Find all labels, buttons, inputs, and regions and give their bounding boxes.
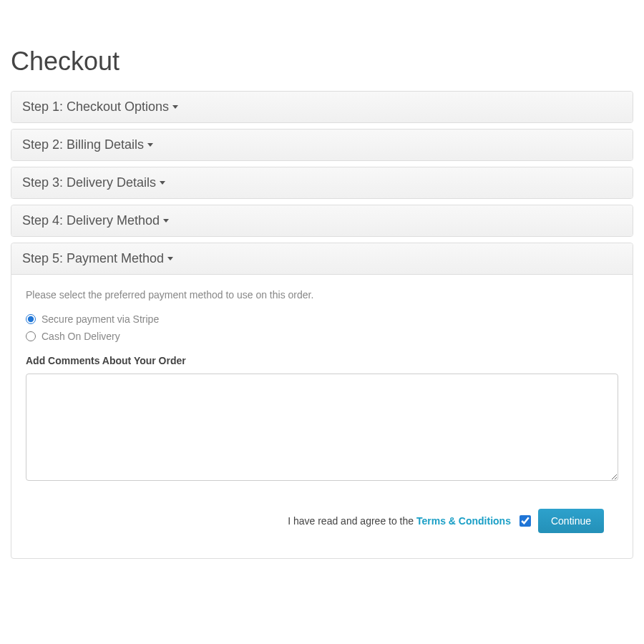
step-5-title: Step 5: Payment Method bbox=[22, 251, 164, 266]
order-comments-textarea[interactable] bbox=[26, 374, 618, 481]
caret-down-icon bbox=[167, 257, 173, 260]
caret-down-icon bbox=[172, 105, 178, 109]
caret-down-icon bbox=[160, 181, 165, 185]
payment-label-stripe: Secure payment via Stripe bbox=[42, 313, 159, 325]
step-2-panel: Step 2: Billing Details bbox=[11, 129, 633, 161]
comments-label: Add Comments About Your Order bbox=[26, 355, 618, 366]
caret-down-icon bbox=[163, 219, 169, 223]
payment-option-cod[interactable]: Cash On Delivery bbox=[26, 331, 618, 342]
terms-conditions-link[interactable]: Terms & Conditions bbox=[416, 515, 511, 527]
terms-agree-checkbox[interactable] bbox=[519, 515, 531, 527]
agree-prefix: I have read and agree to the bbox=[288, 515, 416, 527]
payment-radio-cod[interactable] bbox=[26, 331, 36, 341]
payment-radio-stripe[interactable] bbox=[26, 314, 36, 324]
step-5-body: Please select the preferred payment meth… bbox=[11, 275, 633, 558]
step-4-heading[interactable]: Step 4: Delivery Method bbox=[11, 205, 633, 236]
page-title: Checkout bbox=[11, 47, 633, 77]
step-5-heading[interactable]: Step 5: Payment Method bbox=[11, 243, 633, 275]
step-1-title: Step 1: Checkout Options bbox=[22, 99, 169, 114]
step-4-panel: Step 4: Delivery Method bbox=[11, 205, 633, 237]
payment-label-cod: Cash On Delivery bbox=[42, 331, 120, 342]
step-2-title: Step 2: Billing Details bbox=[22, 137, 144, 152]
payment-method-group: Secure payment via Stripe Cash On Delive… bbox=[26, 313, 618, 342]
step-1-panel: Step 1: Checkout Options bbox=[11, 91, 633, 123]
step-2-heading[interactable]: Step 2: Billing Details bbox=[11, 130, 633, 160]
agree-text: I have read and agree to the Terms & Con… bbox=[288, 515, 511, 527]
step-4-title: Step 4: Delivery Method bbox=[22, 213, 160, 228]
step-3-title: Step 3: Delivery Details bbox=[22, 175, 156, 190]
step-5-panel: Step 5: Payment Method Please select the… bbox=[11, 243, 633, 559]
step-3-heading[interactable]: Step 3: Delivery Details bbox=[11, 167, 633, 198]
payment-option-stripe[interactable]: Secure payment via Stripe bbox=[26, 313, 618, 325]
payment-instruction: Please select the preferred payment meth… bbox=[26, 289, 618, 301]
caret-down-icon bbox=[147, 143, 153, 147]
step-3-panel: Step 3: Delivery Details bbox=[11, 167, 633, 199]
step-1-heading[interactable]: Step 1: Checkout Options bbox=[11, 92, 633, 122]
step-5-footer: I have read and agree to the Terms & Con… bbox=[26, 498, 618, 544]
continue-button[interactable]: Continue bbox=[538, 509, 604, 533]
